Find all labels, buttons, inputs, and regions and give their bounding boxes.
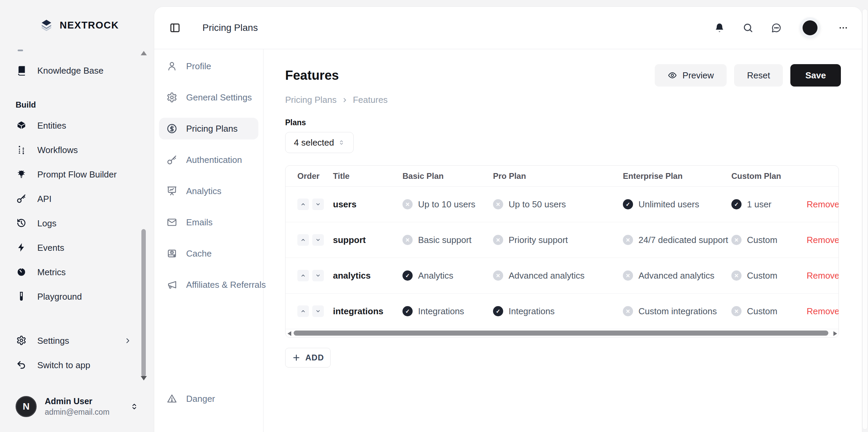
sidebar-item-switch-to-app[interactable]: Switch to app [0,355,154,375]
save-button[interactable]: Save [790,64,841,87]
feature-state-icon[interactable] [623,306,633,316]
chat-icon[interactable] [771,22,782,33]
plan-value-cell[interactable]: 24/7 dedicated support [623,235,731,245]
scroll-left-arrow[interactable] [288,331,291,336]
page-vertical-scrollbar[interactable] [862,9,868,430]
reset-button[interactable]: Reset [734,64,783,87]
plan-value-cell[interactable]: Integrations [402,306,493,317]
settings-nav-item-authentication[interactable]: Authentication [159,149,258,171]
sidebar-scrollbar-thumb[interactable] [141,229,146,377]
sidebar-item-label: Settings [37,336,69,346]
settings-nav-item-analytics[interactable]: Analytics [159,180,258,202]
feature-state-icon[interactable] [493,199,503,209]
feature-state-icon[interactable] [402,199,413,209]
remove-row-button[interactable]: Remove [807,235,839,245]
plan-value-text: Advanced analytics [509,270,585,281]
feature-state-icon[interactable] [623,270,633,281]
sidebar-item-workflows[interactable]: Workflows [0,140,154,160]
sidebar-item-api[interactable]: API [0,189,154,209]
settings-nav-item-cache[interactable]: Cache [159,243,258,264]
avatar [803,20,817,35]
sidebar-item-events[interactable]: Events [0,238,154,258]
sidebar-item-playground[interactable]: Playground [0,287,154,306]
settings-nav-item-affiliates-referrals[interactable]: Affiliates & Referrals [159,274,258,296]
remove-row-button[interactable]: Remove [807,199,839,210]
plan-value-cell[interactable]: Custom [731,235,807,245]
plan-value-text: Custom [747,306,777,317]
feature-state-icon[interactable] [731,199,742,209]
feature-state-icon[interactable] [493,270,503,281]
settings-nav-label: Danger [186,394,215,404]
plan-value-cell[interactable]: Custom [731,270,807,281]
sidebar-scroll-up-arrow[interactable] [141,51,147,55]
plan-value-cell[interactable]: Integrations [493,306,623,317]
order-controls [297,270,333,281]
plan-value-cell[interactable]: Advanced analytics [623,270,731,281]
move-down-button[interactable] [312,270,324,281]
panel-toggle-icon[interactable] [169,22,181,34]
add-feature-button[interactable]: ADD [285,348,331,368]
sidebar-item-prompt-flow-builder[interactable]: Prompt Flow Builder [0,165,154,184]
plan-value-cell[interactable]: Up to 50 users [493,199,623,210]
sidebar-item-knowledge-base[interactable]: Knowledge Base [0,61,154,80]
search-icon[interactable] [743,22,753,33]
sidebar-item-entities[interactable]: Entities [0,116,154,135]
sidebar-item-logs[interactable]: Logs [0,213,154,233]
feature-state-icon[interactable] [623,199,633,209]
feature-state-icon[interactable] [731,235,742,245]
table-row: support Basic support Priority support 2… [285,222,839,258]
feature-title: analytics [333,270,402,281]
sidebar-item-metrics[interactable]: Metrics [0,262,154,282]
plan-value-cell[interactable]: Advanced analytics [493,270,623,281]
feature-state-icon[interactable] [402,270,413,281]
feature-state-icon[interactable] [402,235,413,245]
feature-state-icon[interactable] [731,306,742,316]
remove-row-button[interactable]: Remove [807,306,839,317]
feature-state-icon[interactable] [731,270,742,281]
plan-value-cell[interactable]: Custom integrations [623,306,731,317]
settings-nav-item-pricing-plans[interactable]: Pricing Plans [159,118,258,139]
content-area: Features Preview Reset Save [263,49,862,432]
breadcrumb-parent[interactable]: Pricing Plans [285,95,337,105]
lightning-icon [16,242,27,253]
horizontal-scrollbar-thumb[interactable] [294,331,828,336]
plan-value-cell[interactable]: 1 user [731,199,807,210]
table-horizontal-scrollbar[interactable] [287,330,837,336]
settings-nav-item-general-settings[interactable]: General Settings [159,87,258,108]
feature-state-icon[interactable] [623,235,633,245]
settings-nav-item-danger[interactable]: Danger [159,388,258,410]
move-down-button[interactable] [312,234,324,246]
envelope-icon [166,217,177,228]
plans-select[interactable]: 4 selected [285,132,354,153]
move-down-button[interactable] [312,199,324,210]
plan-value-cell[interactable]: Priority support [493,235,623,245]
dollar-circle-icon [166,123,177,134]
move-up-button[interactable] [297,270,309,281]
plan-value-cell[interactable]: Analytics [402,270,493,281]
settings-nav-item-emails[interactable]: Emails [159,211,258,233]
settings-nav-item-profile[interactable]: Profile [159,55,258,77]
plan-value-cell[interactable]: Unlimited users [623,199,731,210]
remove-row-button[interactable]: Remove [807,270,839,281]
move-up-button[interactable] [297,305,309,317]
plan-value-cell[interactable]: Custom [731,306,807,317]
plan-value-cell[interactable]: Up to 10 users [402,199,493,210]
user-menu[interactable]: N Admin User admin@email.com [0,381,154,432]
scroll-right-arrow[interactable] [833,331,837,336]
plan-value-cell[interactable]: Basic support [402,235,493,245]
sidebar-scroll-down-arrow[interactable] [141,376,147,380]
ellipsis-icon[interactable] [838,23,848,33]
main-panel: Pricing Plans [154,7,862,432]
profile-avatar-button[interactable] [800,17,821,38]
move-down-button[interactable] [312,305,324,317]
sidebar-item-settings[interactable]: Settings [0,331,154,351]
bell-icon[interactable] [714,22,725,33]
sidebar-item-label: Workflows [37,145,78,155]
feature-state-icon[interactable] [493,235,503,245]
move-up-button[interactable] [297,234,309,246]
move-up-button[interactable] [297,199,309,210]
feature-state-icon[interactable] [493,306,503,316]
preview-button[interactable]: Preview [655,64,727,87]
feature-state-icon[interactable] [402,306,413,316]
user-name: Admin User [45,396,110,406]
